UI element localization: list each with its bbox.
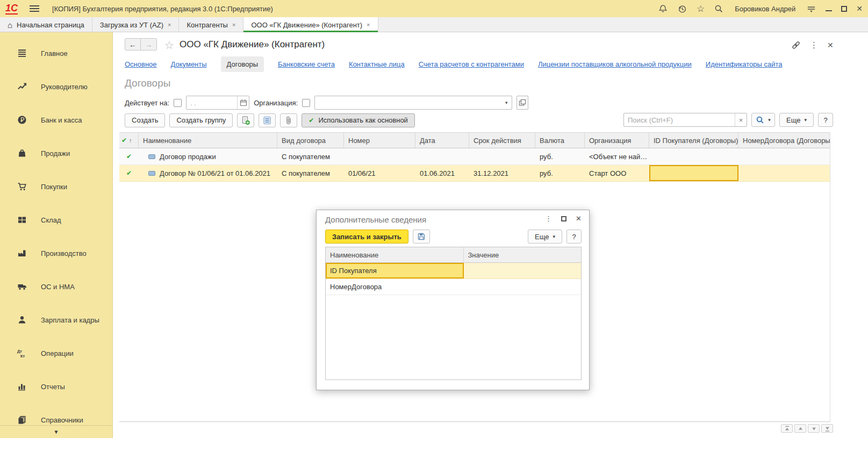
- link-identifikatory-sajta[interactable]: Идентификаторы сайта: [706, 60, 783, 68]
- scroll-to-top-button[interactable]: [781, 424, 793, 433]
- sidebar-item-sklad[interactable]: Склад: [0, 203, 112, 237]
- get-link-icon[interactable]: [791, 40, 801, 50]
- scroll-to-bottom-button[interactable]: [821, 424, 833, 433]
- link-kontaktnye-lica[interactable]: Контактные лица: [349, 60, 405, 68]
- sidebar-item-os-nma[interactable]: ОС и НМА: [0, 270, 112, 303]
- sidebar-item-proizvodstvo[interactable]: Производство: [0, 237, 112, 270]
- column-header-currency[interactable]: Валюта: [535, 133, 585, 148]
- modal-column-name[interactable]: Наименование: [326, 247, 464, 262]
- column-header-name[interactable]: Наименование: [139, 133, 277, 148]
- list-settings-button[interactable]: [259, 113, 276, 127]
- history-icon[interactable]: [677, 4, 687, 14]
- dialog-more-button[interactable]: Еще ▾: [528, 230, 562, 244]
- back-button[interactable]: ←: [125, 38, 141, 51]
- organization-input[interactable]: [315, 99, 501, 107]
- bar-chart-icon: [16, 381, 28, 392]
- tab-label: Контрагенты: [186, 21, 228, 29]
- sidebar-item-zarplata-kadry[interactable]: Зарплата и кадры: [0, 303, 112, 337]
- favorites-star-icon[interactable]: ☆: [697, 4, 705, 13]
- column-header-kind[interactable]: Вид договора: [277, 133, 344, 148]
- shopping-bag-icon: [16, 148, 28, 159]
- clear-search-icon[interactable]: ×: [735, 113, 747, 126]
- window-close-button[interactable]: ✕: [856, 4, 863, 13]
- form-more-kebab-icon[interactable]: ⋮: [810, 40, 818, 50]
- save-and-close-button[interactable]: Записать и закрыть: [325, 230, 408, 244]
- link-bankovskie-scheta[interactable]: Банковские счета: [278, 60, 335, 68]
- tab-home[interactable]: ⌂ Начальная страница: [0, 17, 92, 32]
- scroll-down-button[interactable]: [808, 424, 820, 433]
- tab-zagruzka-ut[interactable]: Загрузка из УТ (AZ) ×: [92, 17, 180, 32]
- search-icon[interactable]: [714, 4, 724, 14]
- sidebar-item-otchety[interactable]: Отчеты: [0, 370, 112, 403]
- dialog-close-icon[interactable]: ✕: [576, 214, 582, 223]
- additional-info-table: Наименование Значение ID Покупателя Номе…: [325, 247, 582, 380]
- organization-checkbox[interactable]: [302, 99, 310, 107]
- sidebar-item-glavnoe[interactable]: Главное: [0, 37, 112, 70]
- notifications-bell-icon[interactable]: [658, 4, 668, 14]
- more-button[interactable]: Еще ▾: [779, 113, 814, 127]
- link-osnovnoe[interactable]: Основное: [125, 60, 157, 68]
- column-header-term[interactable]: Срок действия: [469, 133, 535, 148]
- link-licenzii[interactable]: Лицензии поставщиков алкогольной продукц…: [538, 60, 692, 68]
- acts-on-checkbox[interactable]: [174, 99, 182, 107]
- window-minimize-button[interactable]: [826, 6, 832, 11]
- acts-on-date-field[interactable]: [186, 96, 249, 110]
- link-dogovory[interactable]: Договоры: [221, 56, 264, 72]
- column-header-date[interactable]: Дата: [415, 133, 469, 148]
- search-input[interactable]: [624, 116, 735, 124]
- tab-gk-dvizhenie[interactable]: ООО «ГК Движение» (Контрагент) ×: [243, 17, 378, 32]
- additional-info-dialog: Дополнительные сведения ⋮ ✕ Записать и з…: [316, 210, 590, 390]
- add-to-favorites-star-icon[interactable]: ☆: [164, 39, 174, 52]
- search-field[interactable]: ×: [623, 113, 747, 127]
- tab-close-icon[interactable]: ×: [367, 22, 370, 28]
- tab-close-icon[interactable]: ×: [168, 22, 171, 28]
- modal-row-selected[interactable]: ID Покупателя: [326, 263, 581, 279]
- forward-button[interactable]: →: [141, 38, 157, 51]
- link-dokumenty[interactable]: Документы: [171, 60, 207, 68]
- table-row-selected[interactable]: ✔ Договор № 01/06/21 от 01.06.2021 С пок…: [119, 165, 830, 182]
- window-maximize-button[interactable]: [841, 6, 847, 12]
- sidebar-item-operacii[interactable]: ДтКт Операции: [0, 337, 112, 370]
- table-row[interactable]: ✔ Договор продажи С покупателем руб. <Об…: [119, 148, 830, 165]
- search-cluster: × ▾ Еще ▾ ?: [623, 113, 833, 127]
- date-input[interactable]: [186, 99, 237, 107]
- sidebar-item-rukovoditelyu[interactable]: Руководителю: [0, 70, 112, 103]
- dialog-kebab-icon[interactable]: ⋮: [545, 214, 552, 223]
- modal-column-value[interactable]: Значение: [464, 247, 582, 262]
- column-header-number[interactable]: Номер: [344, 133, 415, 148]
- column-header-buyer-id[interactable]: ID Покупателя (Договоры): [649, 133, 738, 148]
- scroll-up-button[interactable]: [794, 424, 806, 433]
- column-header-contract-no[interactable]: НомерДоговора (Договоры): [738, 133, 830, 148]
- sidebar-item-bank-kassa[interactable]: Банк и касса: [0, 103, 112, 137]
- sidebar-item-prodazhi[interactable]: Продажи: [0, 137, 112, 170]
- sidebar-more-button[interactable]: ▼: [0, 425, 112, 438]
- calendar-icon[interactable]: [237, 96, 249, 109]
- tab-kontragenty[interactable]: Контрагенты ×: [179, 17, 243, 32]
- save-button[interactable]: [413, 230, 430, 244]
- active-cell-name[interactable]: ID Покупателя: [326, 263, 464, 278]
- column-header-organization[interactable]: Организация: [585, 133, 649, 148]
- create-button[interactable]: Создать: [125, 113, 165, 127]
- help-button[interactable]: ?: [818, 113, 833, 127]
- tab-close-icon[interactable]: ×: [232, 22, 235, 28]
- organization-combo[interactable]: ▾: [314, 96, 512, 110]
- modal-table-header: Наименование Значение: [326, 247, 581, 263]
- copy-item-button[interactable]: [237, 113, 254, 127]
- combo-caret-icon[interactable]: ▾: [501, 96, 512, 109]
- flag-column-header[interactable]: ✔ ↑: [119, 133, 139, 148]
- modal-row[interactable]: НомерДоговора: [326, 279, 581, 295]
- attachments-paperclip-button[interactable]: [280, 113, 297, 127]
- organization-open-button[interactable]: [517, 96, 528, 110]
- create-group-button[interactable]: Создать группу: [169, 113, 233, 127]
- form-close-icon[interactable]: ✕: [827, 41, 834, 49]
- dialog-help-button[interactable]: ?: [566, 230, 582, 244]
- service-menu-icon[interactable]: [806, 4, 816, 13]
- link-scheta-raschetov[interactable]: Счета расчетов с контрагентами: [419, 60, 524, 68]
- dialog-maximize-icon[interactable]: [561, 216, 566, 221]
- sidebar-item-pokupki[interactable]: Покупки: [0, 170, 112, 203]
- main-menu-icon[interactable]: [30, 4, 39, 13]
- active-cell-buyer-id[interactable]: [649, 165, 738, 181]
- current-user[interactable]: Боровиков Андрей: [735, 5, 795, 13]
- use-as-main-toggle[interactable]: ✔ Использовать как основной: [302, 113, 415, 127]
- search-options-button[interactable]: ▾: [751, 113, 775, 127]
